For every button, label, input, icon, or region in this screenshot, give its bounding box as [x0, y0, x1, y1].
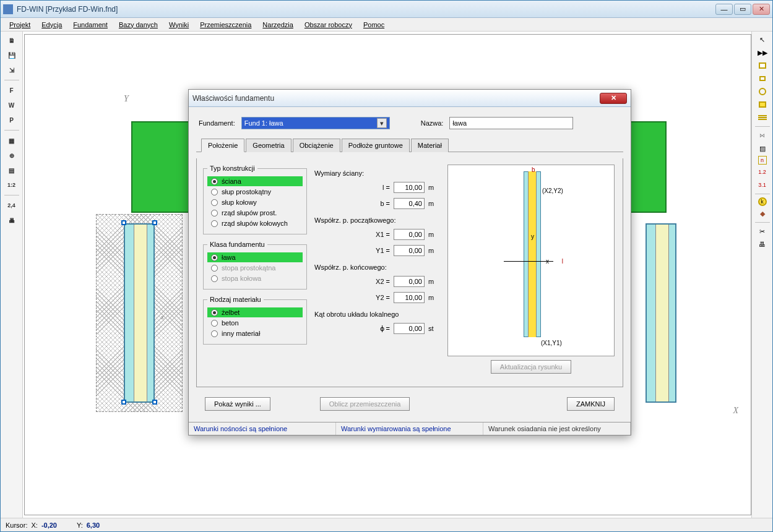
fundament-combo[interactable]: Fund 1: ława ▾: [241, 117, 390, 129]
minimize-button[interactable]: —: [715, 4, 733, 15]
b-input[interactable]: [394, 198, 425, 209]
update-drawing-button[interactable]: Aktualizacja rysunku: [491, 360, 571, 374]
preview-b-label: b: [532, 166, 535, 173]
name-input[interactable]: [449, 117, 573, 129]
import-icon[interactable]: ⇲: [4, 64, 19, 76]
status-x-label: X:: [31, 521, 37, 529]
value-label[interactable]: 2,4: [4, 199, 19, 212]
y1-input[interactable]: [394, 245, 425, 256]
b-label: b =: [371, 200, 390, 207]
y2-input[interactable]: [394, 292, 425, 303]
strip-left: [124, 223, 155, 403]
radio-rzad-prost[interactable]: rząd słupów prost.: [207, 208, 303, 218]
start-point-label: Współrz. p. początkowego:: [314, 217, 438, 224]
tab-geometria[interactable]: Geometria: [246, 139, 291, 152]
menu-edycja[interactable]: Edycja: [37, 20, 67, 30]
menu-projekt[interactable]: Projekt: [4, 20, 35, 30]
radio-beton[interactable]: beton: [207, 318, 303, 328]
handle-tl[interactable]: [121, 220, 126, 225]
scissors-icon[interactable]: ✂: [756, 226, 769, 237]
circle-icon[interactable]: [756, 86, 769, 97]
window-title: FD-WIN [Przykład FD-Win.fnd]: [17, 5, 715, 14]
close-button[interactable]: ✕: [753, 4, 770, 15]
eraser-icon[interactable]: ◆: [756, 208, 769, 219]
rect-blue-icon[interactable]: [756, 99, 769, 110]
menu-pomoc[interactable]: Pomoc: [358, 20, 389, 30]
maximize-button[interactable]: ▭: [734, 4, 751, 15]
status-x-value: -0,20: [41, 521, 57, 529]
n-box-icon[interactable]: n: [758, 156, 767, 165]
right-toolbar: ↖ ▶▶ ⋈ ▨ n 1.2 3.1 k ◆ ✂ 🖶: [751, 32, 772, 518]
phi-input[interactable]: [394, 323, 425, 334]
status-dim: Warunki wymiarowania są spełnione: [336, 423, 483, 435]
print2-icon[interactable]: 🖶: [756, 239, 769, 250]
l-input[interactable]: [394, 182, 425, 193]
wall-dims-label: Wymiary ściany:: [314, 169, 438, 177]
mode-p[interactable]: P: [4, 114, 19, 126]
tab-polozenie[interactable]: Położenie: [201, 139, 244, 152]
x2-input[interactable]: [394, 276, 425, 287]
menubar: Projekt Edycja Fundament Bazy danych Wyn…: [1, 18, 772, 32]
klasa-legend: Klasa fundamentu: [207, 241, 267, 248]
pan-icon[interactable]: ▶▶: [756, 47, 769, 58]
radio-stopa-prost: stopa prostokątna: [207, 263, 303, 273]
radio-sciana[interactable]: ściana: [207, 176, 303, 186]
grid-icon[interactable]: ▦: [4, 134, 19, 147]
tab-obciazenie[interactable]: Obciążenie: [293, 139, 340, 152]
preview-p2-label: (X2,Y2): [542, 187, 563, 194]
rodzaj-materialu-group: Rodzaj materiału żelbet beton inny mater…: [203, 296, 307, 345]
left-toolbar: 🗎 💾 ⇲ F W P ▦ ⊕ ▤ 1:2 2,4 🖶: [1, 32, 23, 518]
status-y-label: Y:: [77, 521, 83, 529]
menu-obszar[interactable]: Obszar roboczy: [300, 20, 357, 30]
typ-konstrukcji-group: Typ konstrukcji ściana słup prostokątny …: [203, 165, 307, 234]
phi-label: ϕ =: [371, 325, 390, 333]
name-label: Nazwa:: [421, 119, 444, 127]
klasa-fundamentu-group: Klasa fundamentu ława stopa prostokątna …: [203, 241, 307, 290]
cursor-icon[interactable]: ↖: [756, 34, 769, 45]
new-icon[interactable]: 🗎: [4, 34, 19, 46]
save-icon[interactable]: 💾: [4, 49, 19, 61]
bars-icon[interactable]: [756, 112, 769, 123]
strip-right: [646, 223, 676, 403]
handle-tr[interactable]: [152, 220, 157, 225]
print-icon[interactable]: 🖶: [4, 214, 19, 226]
menu-narzedzia[interactable]: Narzędzia: [257, 20, 298, 30]
show-results-button[interactable]: Pokaż wyniki ...: [205, 397, 270, 411]
radio-slup-kol[interactable]: słup kołowy: [207, 197, 303, 207]
dialog-close-button[interactable]: ✕: [600, 93, 627, 104]
scale-label[interactable]: 1:2: [4, 179, 19, 191]
x1-label: X1 =: [371, 231, 390, 238]
k-circle-icon[interactable]: k: [758, 197, 767, 206]
mode-w[interactable]: W: [4, 99, 19, 111]
radio-zelbet[interactable]: żelbet: [207, 307, 303, 317]
rotation-label: Kąt obrotu układu lokalnego: [314, 311, 438, 318]
menu-bazy-danych[interactable]: Bazy danych: [114, 20, 163, 30]
radio-lawa[interactable]: ława: [207, 252, 303, 262]
layers-icon[interactable]: ▤: [4, 164, 19, 176]
mode-f[interactable]: F: [4, 84, 19, 97]
ratio-icon[interactable]: 1.2: [756, 166, 769, 178]
tab-podloze[interactable]: Podłoże gruntowe: [342, 139, 410, 152]
tabstrip: Położenie Geometria Obciążenie Podłoże g…: [196, 138, 623, 152]
target-icon[interactable]: ⊕: [4, 149, 19, 161]
handle-bl[interactable]: [121, 400, 126, 405]
fundament-label: Fundament:: [199, 119, 235, 127]
menu-fundament[interactable]: Fundament: [68, 20, 113, 30]
pattern-icon[interactable]: ▨: [756, 143, 769, 154]
preview-p1-label: (X1,Y1): [541, 340, 562, 346]
menu-przemieszczenia[interactable]: Przemieszczenia: [195, 20, 256, 30]
x1-input[interactable]: [394, 229, 425, 240]
rect-yellow-icon[interactable]: [756, 60, 769, 71]
rect-small-icon[interactable]: [756, 73, 769, 84]
tab-material[interactable]: Materiał: [411, 139, 449, 152]
close-dialog-button[interactable]: ZAMKNIJ: [567, 397, 615, 411]
xx-icon[interactable]: ⋈: [756, 130, 769, 141]
handle-br[interactable]: [152, 400, 157, 405]
menu-wyniki[interactable]: Wyniki: [164, 20, 194, 30]
calc-displacements-button[interactable]: Oblicz przemieszczenia: [320, 397, 410, 411]
radio-rzad-kol[interactable]: rząd słupów kołowych: [207, 218, 303, 228]
radio-inny[interactable]: inny materiał: [207, 328, 303, 338]
radio-slup-prost[interactable]: słup prostokątny: [207, 187, 303, 197]
dim-icon[interactable]: 3.1: [756, 179, 769, 191]
foundation-properties-dialog: Właściwości fundamentu ✕ Fundament: Fund…: [188, 89, 631, 435]
